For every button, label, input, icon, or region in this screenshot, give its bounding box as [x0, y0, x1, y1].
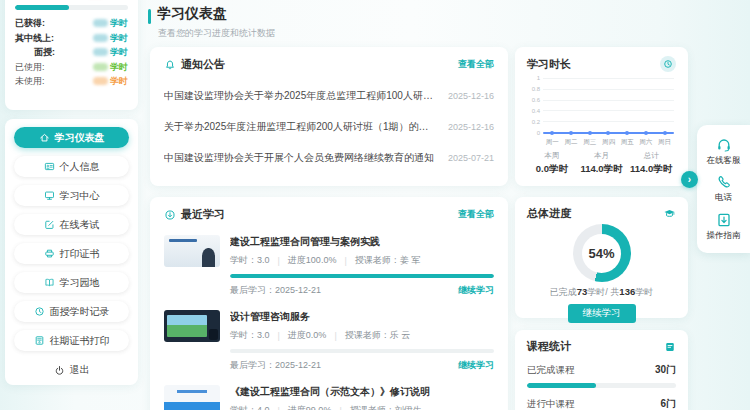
course-thumbnail[interactable]: [164, 235, 220, 267]
course-meta: 学时：4.0| 进度99.0%| 授课老师：刘伊生: [230, 404, 494, 410]
overall-progress-percent: 54%: [582, 234, 621, 273]
completed-courses-row: 已完成课程 30门: [527, 363, 676, 377]
chart-grid: [543, 78, 674, 133]
printer-icon: [44, 248, 55, 259]
study-time-stats: 本周 0.0学时 本月 114.0学时 总计 114.0学时: [527, 151, 676, 176]
sidebar-item-label: 学习园地: [60, 276, 100, 290]
course-thumbnail[interactable]: [164, 310, 220, 342]
phone-button[interactable]: 电话: [715, 174, 732, 204]
headset-icon: [716, 137, 732, 153]
title-accent-bar: [148, 9, 151, 24]
notice-date: 2025-12-16: [448, 122, 494, 132]
page-title: 学习仪表盘: [157, 5, 227, 23]
in-progress-courses-count: 6门: [660, 397, 676, 410]
time-record-icon: [34, 306, 45, 317]
course-progress-track: [230, 349, 494, 353]
id-card-icon: [44, 161, 55, 172]
stat-row-used: 已使用: 学时: [15, 60, 128, 75]
course-stats-header: 课程统计: [527, 339, 676, 354]
chart-line: [543, 132, 674, 134]
notices-view-all-link[interactable]: 查看全部: [458, 58, 494, 71]
sidebar-item-profile[interactable]: 个人信息: [14, 156, 129, 177]
study-time-title: 学习时长: [527, 57, 571, 72]
course-title[interactable]: 建设工程监理合同管理与案例实践: [230, 235, 494, 249]
page-subtitle: 查看您的学习进度和统计数据: [158, 27, 275, 40]
completed-courses-count: 30门: [655, 363, 676, 377]
recent-view-all-link[interactable]: 查看全部: [458, 208, 494, 221]
continue-learning-link[interactable]: 继续学习: [458, 359, 494, 372]
notice-item[interactable]: 关于举办2025年度注册监理工程师200人研讨班（1期）的通知 2025-12-…: [164, 120, 494, 134]
monitor-icon: [44, 190, 55, 201]
stat-total: 总计 114.0学时: [626, 151, 676, 176]
notice-text[interactable]: 中国建设监理协会关于开展个人会员免费网络继续教育的通知: [164, 151, 434, 165]
notice-date: 2025-12-16: [448, 91, 494, 101]
course-meta: 学时：3.0| 进度100.0%| 授课老师：姜 军: [230, 254, 494, 267]
redacted-value: [93, 63, 108, 71]
course-title[interactable]: 《建设工程监理合同（示范文本）》修订说明: [230, 385, 494, 399]
course-stats-title: 课程统计: [527, 339, 571, 354]
notice-text[interactable]: 中国建设监理协会关于举办2025年度总监理工程师100人研讨班的通知: [164, 89, 436, 103]
notices-header: 通知公告 查看全部: [164, 57, 494, 72]
recent-study-icon: [164, 209, 176, 221]
overall-progress-donut: 54%: [573, 224, 631, 282]
redacted-value: [93, 19, 108, 27]
graduation-cap-icon: [663, 207, 676, 220]
sidebar-menu: 学习仪表盘 个人信息 学习中心 在线考试 打印证书 学习园地 面授学时记录 往: [5, 119, 138, 385]
hours-progress-track: [15, 5, 128, 10]
course-title[interactable]: 设计管理咨询服务: [230, 310, 494, 324]
stat-row-unused: 未使用: 学时: [15, 74, 128, 89]
stat-this-month: 本月 114.0学时: [577, 151, 627, 176]
phone-icon: [716, 174, 732, 190]
last-study-date: 最后学习：2025-12-21: [230, 359, 321, 372]
sidebar-item-learning-garden[interactable]: 学习园地: [14, 272, 129, 293]
open-book-icon: [44, 277, 55, 288]
home-icon: [39, 132, 50, 143]
notice-text[interactable]: 关于举办2025年度注册监理工程师200人研讨班（1期）的通知: [164, 120, 436, 134]
support-collapse-button[interactable]: ›: [681, 171, 698, 188]
sidebar-item-print-certificate[interactable]: 打印证书: [14, 243, 129, 264]
recent-learning-title: 最近学习: [181, 207, 225, 222]
sidebar-item-dashboard[interactable]: 学习仪表盘: [14, 127, 129, 148]
bell-icon: [164, 59, 176, 71]
sidebar-item-label: 学习中心: [60, 189, 100, 203]
completed-courses-track: [527, 383, 676, 388]
sidebar-item-label: 往期证书打印: [50, 334, 110, 348]
study-time-card: 学习时长 10.80.60.40.20 周一周二周三周四周五周六周日 本周 0.…: [515, 47, 688, 186]
guide-button[interactable]: 操作指南: [707, 212, 741, 242]
power-icon: [54, 365, 65, 376]
sidebar-item-online-exam[interactable]: 在线考试: [14, 214, 129, 235]
notice-item[interactable]: 中国建设监理协会关于开展个人会员免费网络继续教育的通知 2025-07-21: [164, 151, 494, 165]
sidebar-item-face-hours-record[interactable]: 面授学时记录: [14, 301, 129, 322]
redacted-value: [93, 48, 108, 56]
recent-learning-card: 最近学习 查看全部 建设工程监理合同管理与案例实践 学时：3.0| 进度100.…: [150, 197, 508, 410]
sidebar-item-label: 打印证书: [60, 247, 100, 261]
weekly-hours-chart: 10.80.60.40.20 周一周二周三周四周五周六周日: [527, 75, 676, 147]
chart-y-labels: 10.80.60.40.20: [527, 75, 540, 136]
overall-progress-summary: 已完成73学时/ 共136学时: [527, 286, 676, 299]
hours-summary-card: (含面授 学时) 已获得: 学时 其中线上: 学时 面授: 学时 已使用: 学时…: [5, 0, 138, 110]
course-row: 《建设工程监理合同（示范文本）》修订说明 学时：4.0| 进度99.0%| 授课…: [164, 385, 494, 410]
course-progress-track: [230, 274, 494, 278]
sidebar-item-label: 在线考试: [60, 218, 100, 232]
last-study-date: 最后学习：2025-12-21: [230, 284, 321, 297]
stat-this-week: 本周 0.0学时: [527, 151, 577, 176]
sidebar-item-label: 个人信息: [60, 160, 100, 174]
course-thumbnail[interactable]: [164, 385, 220, 410]
logout-label: 退出: [70, 363, 90, 377]
logout-button[interactable]: 退出: [5, 363, 138, 377]
sidebar-item-past-certificates[interactable]: 往期证书打印: [14, 330, 129, 351]
redacted-value: [93, 34, 108, 42]
online-service-button[interactable]: 在线客服: [707, 137, 741, 167]
book-icon: [664, 341, 676, 353]
edit-icon: [44, 219, 55, 230]
notice-item[interactable]: 中国建设监理协会关于举办2025年度总监理工程师100人研讨班的通知 2025-…: [164, 89, 494, 103]
recent-learning-header: 最近学习 查看全部: [164, 207, 494, 222]
sidebar-item-learning-center[interactable]: 学习中心: [14, 185, 129, 206]
continue-learning-link[interactable]: 继续学习: [458, 284, 494, 297]
stat-row-online: 其中线上: 学时: [15, 31, 128, 46]
continue-learning-button[interactable]: 继续学习: [568, 304, 636, 323]
chart-x-labels: 周一周二周三周四周五周六周日: [543, 138, 674, 147]
completed-courses-fill: [527, 383, 596, 388]
redacted-value: [93, 77, 108, 85]
course-row: 设计管理咨询服务 学时：3.0| 进度0.0%| 授课老师：乐 云 最后学习：2…: [164, 310, 494, 372]
